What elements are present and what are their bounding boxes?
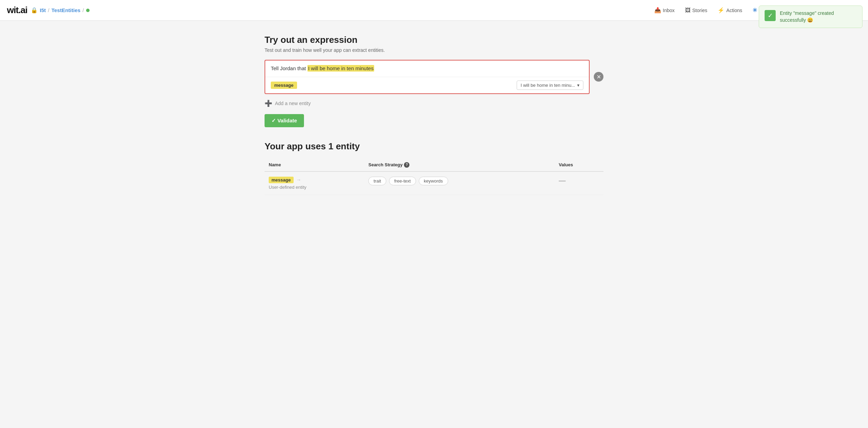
- entity-table: Name Search Strategy ? Values: [265, 159, 603, 195]
- add-entity-label: Add a new entity: [275, 101, 311, 106]
- values-cell: —: [555, 171, 603, 195]
- expression-container: Tell Jordan that I will be home in ten m…: [265, 60, 603, 94]
- col-name: Name: [265, 159, 364, 171]
- validate-label: ✓ Validate: [271, 118, 297, 124]
- expression-tags-row: message I will be home in ten minu... ▾: [265, 77, 589, 93]
- add-entity-row[interactable]: ➕ Add a new entity: [265, 100, 603, 107]
- breadcrumb-entity[interactable]: TestEntities: [52, 7, 81, 13]
- table-row: message → User-defined entity trait free…: [265, 171, 603, 195]
- stories-icon: 🖼: [685, 7, 691, 13]
- expression-highlight: I will be home in ten minutes: [307, 65, 374, 72]
- entity-name-badge[interactable]: message: [269, 177, 294, 183]
- col-values: Values: [555, 159, 603, 171]
- main-content: Try out an expression Test out and train…: [244, 21, 624, 209]
- validate-button[interactable]: ✓ Validate: [265, 114, 304, 127]
- actions-icon: ⚡: [718, 7, 724, 13]
- strategy-keywords[interactable]: keywords: [419, 177, 448, 185]
- nav-actions-label: Actions: [726, 8, 742, 13]
- strategy-pills: trait free-text keywords: [368, 177, 551, 185]
- toast-message: Entity "message" created successfully 😀: [780, 10, 857, 24]
- breadcrumb-app[interactable]: I5t: [40, 7, 46, 13]
- breadcrumb-sep: /: [48, 7, 49, 13]
- dropdown-arrow-icon: ▾: [577, 83, 580, 88]
- understanding-icon: ✳: [752, 7, 757, 13]
- nav-stories-label: Stories: [692, 8, 708, 13]
- nav-stories[interactable]: 🖼 Stories: [681, 4, 712, 16]
- lock-icon: 🔒: [31, 7, 38, 13]
- header: wit.ai 🔒 I5t / TestEntities / 📥 Inbox 🖼 …: [0, 0, 868, 21]
- clear-button[interactable]: ✕: [594, 72, 603, 82]
- try-section-subtitle: Test out and train how well your app can…: [265, 47, 603, 53]
- try-section-title: Try out an expression: [265, 35, 603, 45]
- toast-notification: ✓ Entity "message" created successfully …: [759, 6, 862, 28]
- strategy-trait[interactable]: trait: [368, 177, 386, 185]
- expression-input[interactable]: Tell Jordan that I will be home in ten m…: [265, 61, 589, 77]
- inbox-icon: 📥: [654, 7, 661, 13]
- try-section: Try out an expression Test out and train…: [265, 35, 603, 127]
- col-strategy: Search Strategy ?: [364, 159, 555, 171]
- entity-section: Your app uses 1 entity Name Search Strat…: [265, 141, 603, 195]
- toast-check-icon: ✓: [765, 10, 776, 21]
- breadcrumb-sep2: /: [83, 7, 84, 13]
- entity-type-label: User-defined entity: [269, 185, 360, 190]
- status-dot: [86, 9, 90, 12]
- nav-inbox[interactable]: 📥 Inbox: [650, 4, 679, 16]
- entity-count-title: Your app uses 1 entity: [265, 141, 603, 152]
- entity-name-cell: message → User-defined entity: [265, 171, 364, 195]
- add-entity-icon: ➕: [265, 100, 272, 107]
- entity-arrow-icon: →: [296, 177, 301, 183]
- breadcrumb: 🔒 I5t / TestEntities /: [31, 7, 90, 13]
- expression-box[interactable]: Tell Jordan that I will be home in ten m…: [265, 60, 590, 94]
- strategy-free-text[interactable]: free-text: [389, 177, 416, 185]
- expression-prefix: Tell Jordan that: [271, 65, 307, 71]
- value-dropdown[interactable]: I will be home in ten minu... ▾: [517, 81, 583, 90]
- nav-actions[interactable]: ⚡ Actions: [713, 4, 746, 16]
- strategy-cell: trait free-text keywords: [364, 171, 555, 195]
- value-display: I will be home in ten minu...: [520, 83, 575, 88]
- nav-inbox-label: Inbox: [663, 8, 675, 13]
- strategy-help-icon[interactable]: ?: [404, 162, 409, 168]
- entity-badge[interactable]: message: [271, 82, 297, 89]
- logo[interactable]: wit.ai: [7, 5, 27, 16]
